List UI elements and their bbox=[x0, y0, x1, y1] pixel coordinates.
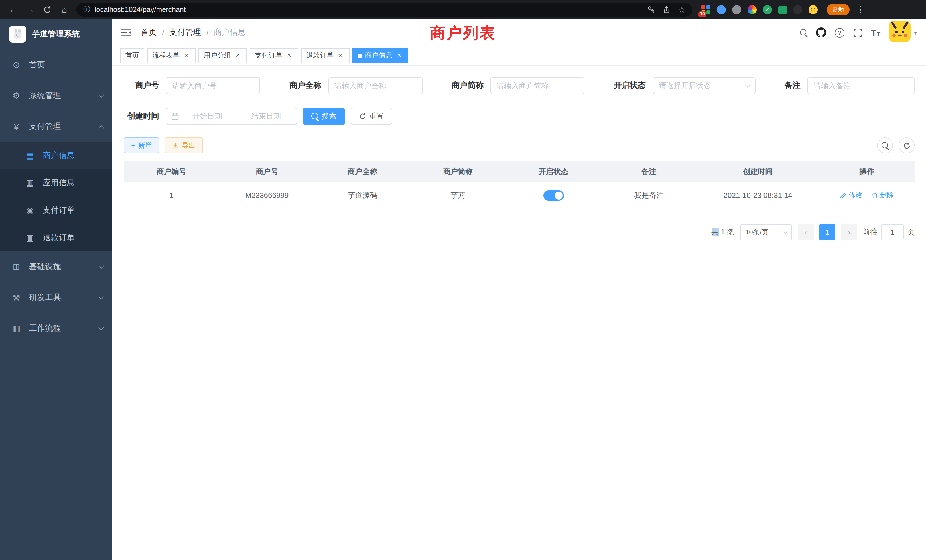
sidebar-item-devtools[interactable]: ⚒ 研发工具 bbox=[0, 282, 112, 313]
breadcrumb-payment[interactable]: 支付管理 bbox=[169, 27, 201, 38]
tab-home[interactable]: 首页 bbox=[120, 48, 144, 63]
extension-colorwheel-icon[interactable] bbox=[747, 5, 757, 14]
date-separator: - bbox=[236, 112, 238, 121]
password-key-icon[interactable] bbox=[648, 5, 655, 14]
page-unit-label: 页 bbox=[907, 227, 915, 237]
breadcrumb-current: 商户信息 bbox=[214, 27, 246, 38]
breadcrumb-home[interactable]: 首页 bbox=[141, 27, 157, 38]
share-icon[interactable] bbox=[663, 5, 671, 14]
sidebar-item-merchant-info[interactable]: ▤ 商户信息 bbox=[0, 142, 112, 170]
sidebar-collapse-icon[interactable] bbox=[120, 28, 132, 37]
logo-rabbit-icon bbox=[9, 26, 26, 43]
tab-user-group[interactable]: 用户分组 × bbox=[198, 48, 247, 63]
help-icon[interactable]: ? bbox=[834, 28, 844, 37]
date-range-picker[interactable]: 开始日期 - 结束日期 bbox=[166, 108, 297, 125]
status-toggle[interactable] bbox=[543, 190, 564, 200]
refresh-table-icon[interactable] bbox=[899, 138, 915, 153]
extension-grid-icon[interactable]: 10 bbox=[701, 5, 710, 14]
prev-page-button[interactable]: ‹ bbox=[798, 224, 814, 240]
url-bar[interactable]: ⓘ localhost:1024/pay/merchant ☆ bbox=[76, 3, 692, 16]
sidebar-item-system[interactable]: ⚙ 系统管理 bbox=[0, 80, 112, 111]
tab-label: 商户信息 bbox=[365, 51, 392, 61]
extension-check-icon[interactable]: ✓ bbox=[763, 5, 772, 14]
extension-gray-icon[interactable] bbox=[732, 5, 741, 14]
extension-drop-icon[interactable] bbox=[717, 5, 726, 14]
tab-merchant-info[interactable]: 商户信息 × bbox=[353, 48, 408, 63]
status-select[interactable]: 请选择开启状态 bbox=[652, 77, 755, 94]
profile-avatar-icon[interactable] bbox=[808, 5, 818, 14]
sidebar-logo[interactable]: 芋道管理系统 bbox=[0, 19, 112, 50]
browser-reload-icon[interactable] bbox=[40, 2, 55, 17]
browser-menu-icon[interactable]: ⋮ bbox=[856, 4, 865, 15]
fullscreen-icon[interactable] bbox=[853, 28, 862, 37]
tab-close-icon[interactable]: × bbox=[336, 51, 344, 60]
delete-link[interactable]: 删除 bbox=[872, 191, 894, 200]
remark-label: 备注 bbox=[785, 80, 800, 91]
toggle-search-icon[interactable] bbox=[877, 138, 893, 153]
calendar-icon bbox=[171, 112, 179, 120]
sidebar-item-payment[interactable]: ¥ 支付管理 bbox=[0, 111, 112, 142]
browser-home-icon[interactable]: ⌂ bbox=[57, 2, 72, 17]
full-name-input[interactable] bbox=[328, 77, 422, 94]
goto-page-input[interactable] bbox=[881, 224, 904, 240]
current-page-button[interactable]: 1 bbox=[819, 224, 835, 240]
extension-note-icon[interactable] bbox=[778, 5, 787, 14]
yen-icon: ¥ bbox=[11, 122, 21, 132]
short-name-input[interactable] bbox=[490, 77, 584, 94]
page-size-select[interactable]: 10条/页 bbox=[740, 224, 792, 240]
tab-label: 退款订单 bbox=[306, 51, 334, 61]
create-time-label: 创建时间 bbox=[124, 111, 159, 121]
workflow-icon: ▥ bbox=[11, 323, 21, 334]
browser-forward-icon[interactable]: → bbox=[23, 2, 38, 17]
browser-update-button[interactable]: 更新 bbox=[827, 4, 850, 15]
sidebar-item-label: 工作流程 bbox=[29, 323, 99, 334]
sidebar-item-workflow[interactable]: ▥ 工作流程 bbox=[0, 313, 112, 344]
tab-close-icon[interactable]: × bbox=[183, 51, 191, 60]
merchant-no-label: 商户号 bbox=[124, 80, 159, 91]
browser-back-icon[interactable]: ← bbox=[6, 2, 21, 17]
tab-pay-order[interactable]: 支付订单 × bbox=[250, 48, 298, 63]
sidebar: 芋道管理系统 ⊙ 首页 ⚙ 系统管理 ¥ 支付管理 ▤ 商户信息 bbox=[0, 19, 112, 560]
user-menu[interactable]: ▾ bbox=[889, 21, 917, 44]
export-button[interactable]: 导出 bbox=[165, 138, 203, 153]
header-search-icon[interactable] bbox=[800, 29, 807, 36]
sidebar-item-pay-order[interactable]: ◉ 支付订单 bbox=[0, 197, 112, 224]
chevron-down-icon bbox=[98, 325, 104, 330]
sidebar-item-label: 系统管理 bbox=[29, 91, 99, 101]
font-size-icon[interactable]: TT bbox=[871, 28, 881, 37]
search-button[interactable]: 搜索 bbox=[303, 108, 345, 125]
tab-refund-order[interactable]: 退款订单 × bbox=[301, 48, 350, 63]
sidebar-item-label: 商户信息 bbox=[43, 151, 103, 161]
bookmark-star-icon[interactable]: ☆ bbox=[678, 5, 685, 14]
extension-badge: 10 bbox=[699, 11, 707, 17]
pencil-icon bbox=[840, 192, 847, 199]
pagination: 共 1 条 10条/页 ‹ 1 › 前往 页 bbox=[124, 224, 915, 240]
site-info-icon[interactable]: ⓘ bbox=[83, 5, 90, 14]
payment-submenu: ▤ 商户信息 ▦ 应用信息 ◉ 支付订单 ▣ 退款订单 bbox=[0, 142, 112, 251]
extension-pin-icon[interactable] bbox=[793, 5, 802, 14]
tab-close-icon[interactable]: × bbox=[234, 51, 242, 60]
table-header-row: 商户编号 商户号 商户全称 商户简称 开启状态 备注 创建时间 操作 bbox=[124, 161, 915, 182]
sidebar-item-app-info[interactable]: ▦ 应用信息 bbox=[0, 170, 112, 197]
cell-create-time: 2021-10-23 08:31:14 bbox=[697, 191, 819, 200]
sidebar-item-label: 应用信息 bbox=[43, 178, 103, 188]
github-icon[interactable] bbox=[816, 27, 826, 38]
sidebar-item-home[interactable]: ⊙ 首页 bbox=[0, 50, 112, 80]
col-header: 开启状态 bbox=[506, 166, 601, 177]
user-avatar bbox=[889, 21, 911, 44]
sidebar-item-infrastructure[interactable]: ⊞ 基础设施 bbox=[0, 251, 112, 282]
reset-button[interactable]: 重置 bbox=[351, 108, 392, 125]
browser-toolbar: ← → ⌂ ⓘ localhost:1024/pay/merchant ☆ 10 bbox=[0, 0, 926, 19]
search-form-row-1: 商户号 商户全称 商户简称 开启状态 请选择开启状态 bbox=[124, 77, 915, 94]
sidebar-item-refund-order[interactable]: ▣ 退款订单 bbox=[0, 224, 112, 251]
remark-input[interactable] bbox=[807, 77, 915, 94]
add-button[interactable]: + 新增 bbox=[124, 138, 159, 153]
tab-close-icon[interactable]: × bbox=[285, 51, 293, 60]
merchant-table: 商户编号 商户号 商户全称 商户简称 开启状态 备注 创建时间 操作 1 M23… bbox=[124, 161, 915, 209]
tab-process-form[interactable]: 流程表单 × bbox=[147, 48, 195, 63]
tab-close-icon[interactable]: × bbox=[395, 51, 403, 60]
next-page-button[interactable]: › bbox=[841, 224, 857, 240]
edit-link[interactable]: 修改 bbox=[840, 191, 862, 200]
grid-icon: ▦ bbox=[25, 178, 35, 188]
merchant-no-input[interactable] bbox=[166, 77, 260, 94]
